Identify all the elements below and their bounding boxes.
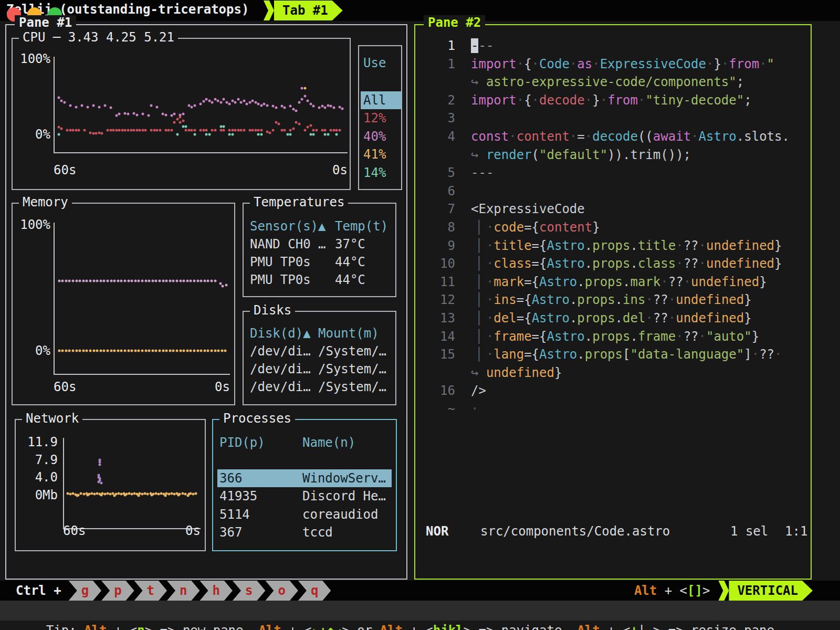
mode-indicator-row: VERTICAL [718, 581, 813, 601]
chart-dot [151, 349, 154, 352]
chart-dot [77, 494, 80, 497]
cpu-legend-entry-40%[interactable]: 40% [361, 128, 402, 145]
chart-dot [309, 102, 312, 105]
chart-dot [280, 129, 283, 132]
chart-dot [187, 129, 190, 132]
chart-dot [240, 101, 243, 103]
code-line[interactable]: 1import·{·Code·as·ExpressiveCode·}·from·… [415, 55, 811, 74]
temperatures-temp-header[interactable]: Temp(t) [335, 217, 388, 235]
chart-dot [151, 280, 154, 282]
code-line[interactable]: 9 ▏·title={Astro.props.title·??·undefine… [415, 237, 811, 255]
chart-dot [103, 104, 106, 107]
chart-dot [162, 280, 164, 282]
cpu-legend-entry-All[interactable]: All [361, 91, 402, 109]
table-row[interactable]: NAND CH0 …37°C [248, 235, 391, 253]
table-row[interactable]: 367tccd [217, 523, 392, 541]
keybar-key-q: q [298, 581, 331, 601]
cpu-legend-entry-41%[interactable]: 41% [361, 145, 402, 163]
code-line[interactable]: 16/> [415, 382, 811, 400]
code-line[interactable]: 8 ▏·code={content} [415, 218, 811, 237]
code-line[interactable]: 15 ▏·lang={Astro.props["data-language"]·… [415, 345, 811, 364]
chart-dot [225, 284, 228, 286]
chart-dot [176, 349, 178, 352]
table-row[interactable]: 5114coreaudiod [217, 506, 392, 523]
temperatures-sensor-header[interactable]: Sensor(s)▲ [250, 217, 326, 235]
chart-dot [182, 120, 184, 122]
chart-dot [251, 99, 254, 102]
cpu-legend-entry-12%[interactable]: 12% [361, 109, 402, 127]
chart-dot [127, 129, 130, 132]
disks-mount-header[interactable]: Mount(m) [318, 324, 379, 342]
table-row[interactable]: 41935Discord He… [217, 487, 392, 505]
code-line[interactable]: 6 [415, 182, 811, 201]
cpu-legend-entry-14%[interactable]: 14% [361, 164, 402, 182]
pane-2[interactable]: Pane #2 1---1import·{·Code·as·Expressive… [414, 24, 812, 580]
table-row[interactable]: PMU TP0s44°C [248, 271, 391, 289]
disks-disk-header[interactable]: Disk(d)▲ [250, 324, 311, 342]
tab-1[interactable]: Tab #1 [274, 1, 343, 20]
terminal-screen: Zellij (outstanding-triceratops) Tab #1 … [0, 0, 840, 630]
chart-dot [135, 129, 138, 132]
code-line[interactable]: 13 ▏·del={Astro.props.del·??·undefined} [415, 309, 811, 328]
zellij-keybind-bar: Ctrl + gptnhsoq Alt + <[]> VERTICAL [0, 581, 840, 601]
network-y-label-1: 11.9 [20, 435, 58, 449]
chart-dot [303, 129, 306, 132]
chart-dot [169, 349, 171, 352]
chart-dot [68, 280, 71, 282]
keybar-key-o: o [265, 581, 298, 601]
code-line[interactable]: 4const·content·=·decode((await·Astro.slo… [415, 128, 811, 146]
keybar-key-g: g [69, 581, 101, 601]
chart-dot [99, 280, 102, 282]
network-y-label-3: 4.0 [20, 470, 58, 485]
chart-dot [309, 133, 312, 135]
chart-dot [78, 129, 80, 132]
code-line[interactable]: 7<ExpressiveCode [415, 200, 811, 218]
table-row[interactable]: 366WindowServ… [217, 469, 392, 487]
table-row[interactable]: /dev/di…/System/… [248, 360, 391, 378]
chart-dot [57, 97, 60, 99]
pane-1[interactable]: Pane #1 CPU ─ 3.43 4.25 5.21 100% 0% 60s… [5, 24, 407, 580]
chart-dot [86, 106, 89, 108]
chart-dot [338, 106, 341, 108]
chart-dot [99, 349, 102, 352]
chart-dot [107, 129, 109, 132]
table-row[interactable]: PMU TP0s44°C [248, 253, 391, 271]
chart-dot [120, 349, 123, 352]
code-line[interactable]: ~· [415, 400, 811, 418]
code-line[interactable]: 10 ▏·class={Astro.props.class·??·undefin… [415, 255, 811, 273]
chart-dot [272, 105, 275, 108]
session-title: Zellij (outstanding-triceratops) [6, 2, 249, 17]
chart-dot [95, 132, 98, 135]
code-line[interactable]: ↪ astro-expressive-code/components"; [415, 73, 811, 91]
table-row[interactable]: /dev/di…/System/… [248, 342, 391, 360]
chart-dot [307, 99, 309, 102]
code-line[interactable]: 3 [415, 109, 811, 128]
code-line[interactable]: 12 ▏·ins={Astro.props.ins·??·undefined} [415, 291, 811, 309]
code-line[interactable]: 5--- [415, 164, 811, 182]
chart-dot [131, 349, 133, 352]
processes-pid-header[interactable]: PID(p) [219, 434, 265, 452]
chart-dot [203, 280, 206, 282]
code-line[interactable]: 14 ▏·frame={Astro.props.frame·??·"auto"} [415, 328, 811, 346]
chart-dot [200, 280, 203, 282]
code-line[interactable]: ↪ undefined} [415, 364, 811, 382]
processes-name-header[interactable]: Name(n) [302, 434, 355, 452]
code-line[interactable]: 2import·{·decode·}·from·"tiny-decode"; [415, 91, 811, 110]
chart-dot [170, 129, 173, 132]
chart-dot [98, 131, 100, 134]
chart-dot [225, 101, 228, 103]
chart-dot [169, 280, 171, 282]
table-row[interactable]: /dev/di…/System/… [248, 378, 391, 396]
cpu-legend-header: Use [363, 56, 386, 70]
chart-dot [60, 128, 63, 130]
chart-dot [301, 87, 303, 90]
chart-dot [280, 105, 283, 108]
chart-dot [205, 98, 208, 100]
chart-dot [148, 280, 151, 282]
code-line[interactable]: 1--- [415, 37, 811, 55]
chart-dot [327, 104, 329, 107]
code-line[interactable]: 11 ▏·mark={Astro.props.mark·??·undefined… [415, 273, 811, 291]
chart-dot [237, 129, 239, 132]
chart-dot [127, 113, 130, 116]
code-line[interactable]: ↪ render("default")).trim()); [415, 146, 811, 164]
